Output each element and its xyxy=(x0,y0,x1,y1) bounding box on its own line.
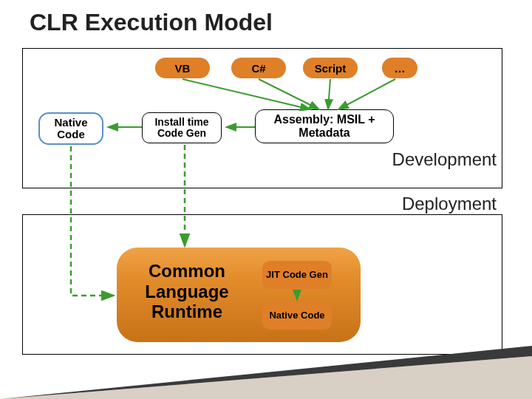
clr-label: Common Language Runtime xyxy=(132,261,242,322)
lang-csharp: C# xyxy=(231,58,286,78)
lang-vb: VB xyxy=(155,58,210,78)
decorative-wedge xyxy=(0,340,532,399)
install-time-codegen-box: Install time Code Gen xyxy=(142,112,222,143)
development-label: Development xyxy=(392,149,497,170)
lang-script: Script xyxy=(303,58,358,78)
deployment-label: Deployment xyxy=(402,194,497,214)
page-title: CLR Execution Model xyxy=(0,0,532,36)
assembly-box: Assembly: MSIL + Metadata xyxy=(255,109,394,143)
jit-codegen-box: JIT Code Gen xyxy=(262,261,332,289)
native-code-2-box: Native Code xyxy=(262,301,332,330)
lang-ellipsis: … xyxy=(382,58,417,78)
native-code-box: Native Code xyxy=(38,112,103,145)
